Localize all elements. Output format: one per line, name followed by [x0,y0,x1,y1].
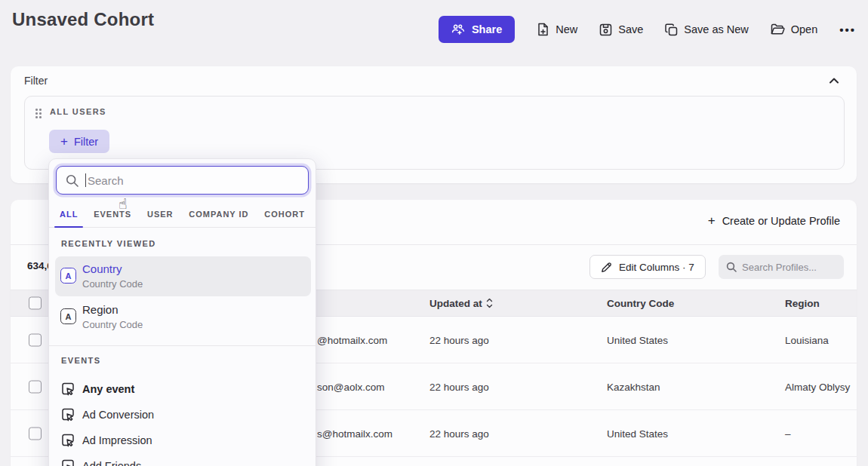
more-options-button[interactable]: ••• [839,23,856,36]
list-item-country[interactable]: A Country Country Code [55,256,311,296]
sort-icon[interactable] [486,299,493,308]
open-button[interactable]: Open [771,23,817,35]
share-button[interactable]: Share [439,16,515,43]
list-item-region[interactable]: A Region Country Code [55,297,311,337]
select-all-checkbox[interactable] [29,297,42,310]
letter-a-icon: A [60,308,76,324]
region-cell: – [785,428,791,439]
header-actions: Share New Save [439,16,856,43]
page-title: Unsaved Cohort [12,9,154,30]
letter-a-icon: A [60,268,76,284]
create-profile-label: Create or Update Profile [722,215,840,227]
region-cell: Louisiana [785,334,829,345]
tab-company-id[interactable]: COMPANY ID [189,210,248,220]
filter-panel-title: Filter [24,75,48,87]
tab-user[interactable]: USER [147,210,174,220]
app-window: Unsaved Cohort Share [0,0,868,466]
list-item-ad-impression[interactable]: Ad Impression [55,428,311,453]
item-subtitle: Country Code [82,319,143,330]
column-country-code[interactable]: Country Code [607,298,674,309]
edit-columns-label: Edit Columns · 7 [619,262,694,273]
open-label: Open [791,23,817,35]
new-button[interactable]: New [537,23,577,36]
tab-cohort[interactable]: COHORT [264,210,305,220]
save-label: Save [618,23,643,35]
item-title: Add Friends [82,460,141,466]
drag-handle-icon[interactable] [35,109,42,118]
edit-columns-button[interactable]: Edit Columns · 7 [589,255,706,279]
search-profiles-field[interactable] [719,255,844,279]
country-cell: United States [607,334,668,345]
add-filter-button[interactable]: + Filter [49,130,109,153]
item-title: Region [82,303,119,316]
item-title: Ad Impression [82,434,152,446]
country-cell: United States [607,428,668,439]
pencil-icon [601,262,612,273]
dropdown-search-field[interactable] [56,166,309,195]
new-label: New [556,23,577,35]
email-cell: son@aolx.com [317,381,385,392]
row-checkbox[interactable] [29,380,42,393]
save-button[interactable]: Save [599,23,643,36]
search-icon [66,174,78,187]
tab-all[interactable]: ALL [60,210,78,220]
region-cell: Almaty Oblysy [785,381,850,392]
dropdown-tabs: ALL EVENTS USER COMPANY ID COHORT [49,203,315,228]
event-icon [61,382,75,396]
all-users-label: ALL USERS [50,107,106,116]
collapse-chevron-up-icon[interactable] [828,76,840,85]
save-floppy-icon [599,23,612,36]
updated-cell: 22 hours ago [429,381,489,392]
copy-icon [665,23,678,36]
event-icon [61,434,75,447]
event-icon [61,459,75,466]
item-title: Ad Conversion [82,409,154,421]
row-checkbox[interactable] [29,427,42,440]
column-region[interactable]: Region [785,298,820,309]
email-cell: s@hotmailx.com [317,428,392,439]
add-filter-label: Filter [74,136,98,148]
item-title: Any event [82,383,134,395]
row-checkbox[interactable] [29,333,42,346]
mouse-hand-cursor: ☝ [119,195,128,212]
item-subtitle: Country Code [82,278,143,290]
search-profiles-input[interactable] [742,262,833,273]
property-picker-dropdown: ALL EVENTS USER COMPANY ID COHORT ☝ RECE… [48,158,316,466]
updated-cell: 22 hours ago [429,428,489,439]
list-item-any-event[interactable]: Any event [55,376,311,402]
create-or-update-profile-button[interactable]: + Create or Update Profile [708,214,840,227]
email-cell: @hotmailx.com [317,334,387,345]
share-label: Share [472,23,502,35]
save-as-new-button[interactable]: Save as New [665,23,748,36]
country-cell: Kazakhstan [607,381,660,392]
list-item-add-friends[interactable]: Add Friends [55,453,311,466]
recently-viewed-label: RECENTLY VIEWED [61,239,156,248]
search-icon [726,262,737,272]
text-caret [85,173,86,187]
divider [49,345,315,346]
plus-icon: + [60,135,68,148]
column-updated-at[interactable]: Updated at [429,298,493,309]
events-label: EVENTS [61,356,100,365]
updated-cell: 22 hours ago [429,334,489,345]
folder-open-icon [771,23,785,35]
item-title: Country [82,262,122,275]
plus-icon: + [708,214,716,227]
list-item-ad-conversion[interactable]: Ad Conversion [55,402,311,428]
new-file-icon [537,23,549,36]
dropdown-search-input[interactable] [88,174,276,187]
save-as-new-label: Save as New [684,23,748,35]
share-users-icon [451,24,465,35]
event-icon [61,408,75,422]
